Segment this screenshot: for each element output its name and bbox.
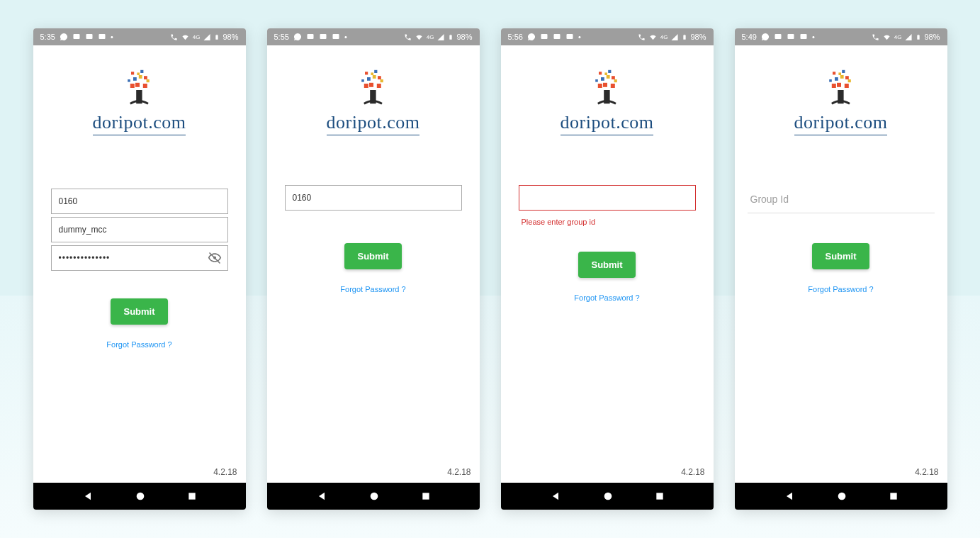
- submit-button[interactable]: Submit: [812, 243, 869, 269]
- chat-icon: [553, 33, 561, 41]
- forgot-password-link[interactable]: Forgot Password ?: [106, 340, 171, 349]
- svg-rect-13: [140, 70, 143, 73]
- message-icon: [540, 33, 548, 41]
- whatsapp-icon: [761, 33, 770, 41]
- logo: doripot.com: [561, 67, 654, 135]
- version-label: 4.2.18: [213, 467, 237, 477]
- signal-icon: [904, 33, 913, 41]
- svg-rect-50: [612, 76, 615, 79]
- brand-name: doripot.com: [93, 112, 186, 135]
- chat-icon-2: [565, 33, 574, 41]
- status-left: 5:55 •: [274, 33, 347, 41]
- forgot-password-link[interactable]: Forgot Password ?: [574, 293, 639, 302]
- logo-icon: [352, 67, 395, 109]
- home-button[interactable]: [135, 491, 146, 502]
- forgot-password-link[interactable]: Forgot Password ?: [340, 285, 405, 293]
- whatsapp-icon: [60, 33, 68, 41]
- network-label: 4G: [660, 34, 668, 40]
- phone-icon: [170, 33, 178, 41]
- password-input[interactable]: ••••••••••••••: [51, 245, 228, 271]
- svg-rect-10: [138, 75, 142, 79]
- dot-icon: •: [812, 33, 815, 41]
- back-button[interactable]: [550, 491, 561, 502]
- logo-icon: [820, 67, 862, 109]
- svg-rect-33: [374, 70, 377, 73]
- content-area: doripot.com 0160 Submit Forgot Password …: [267, 45, 480, 483]
- svg-rect-42: [684, 35, 686, 39]
- recent-button[interactable]: [655, 491, 665, 501]
- svg-rect-76: [890, 493, 896, 499]
- nav-bar: [735, 483, 947, 510]
- recent-button[interactable]: [889, 491, 899, 501]
- back-button[interactable]: [82, 491, 94, 502]
- content-area: doripot.com Group Id Submit Forgot Passw…: [735, 45, 947, 483]
- svg-rect-48: [601, 77, 604, 81]
- wifi-icon: [181, 33, 190, 41]
- status-right: 4G 98%: [404, 33, 473, 42]
- submit-button[interactable]: Submit: [578, 252, 635, 278]
- submit-button[interactable]: Submit: [111, 298, 167, 325]
- status-left: 5:35 •: [40, 33, 113, 41]
- home-button[interactable]: [368, 491, 380, 502]
- svg-rect-30: [372, 75, 376, 79]
- svg-rect-58: [775, 34, 781, 39]
- wifi-icon: [415, 33, 424, 41]
- battery-percent: 98%: [223, 33, 238, 41]
- svg-rect-11: [144, 76, 147, 79]
- recent-button[interactable]: [187, 491, 197, 501]
- wifi-icon: [882, 33, 891, 41]
- svg-rect-24: [451, 34, 451, 35]
- brand-name: doripot.com: [561, 112, 654, 135]
- battery-icon: [214, 33, 220, 42]
- svg-rect-57: [656, 493, 663, 499]
- version-label: 4.2.18: [681, 467, 704, 477]
- content-area: doripot.com 0160 dummy_mcc •••••••••••••…: [33, 45, 246, 483]
- forgot-password-link[interactable]: Forgot Password ?: [808, 285, 873, 293]
- group-id-input[interactable]: 0160: [51, 189, 228, 214]
- status-right: 4G 98%: [170, 33, 239, 42]
- clock: 5:55: [274, 33, 289, 41]
- svg-rect-3: [216, 35, 218, 39]
- network-label: 4G: [427, 34, 434, 40]
- svg-rect-4: [217, 34, 218, 35]
- svg-rect-12: [131, 72, 134, 74]
- chat-icon: [85, 33, 94, 41]
- svg-rect-64: [831, 84, 835, 88]
- clock: 5:49: [742, 33, 757, 41]
- group-id-input[interactable]: 0160: [285, 185, 462, 211]
- nav-bar: [267, 483, 480, 510]
- svg-rect-60: [800, 34, 806, 39]
- svg-rect-15: [146, 79, 149, 82]
- svg-point-75: [838, 493, 845, 500]
- svg-rect-14: [137, 72, 140, 75]
- group-id-input[interactable]: Group Id: [748, 185, 935, 213]
- username-input[interactable]: dummy_mcc: [51, 217, 228, 242]
- phone-icon: [404, 33, 412, 41]
- phone-screen-4: 5:49 • 4G 98%: [735, 28, 947, 510]
- status-bar: 5:56 • 4G 98%: [501, 28, 714, 45]
- svg-rect-8: [142, 84, 147, 88]
- svg-rect-68: [840, 75, 843, 79]
- home-button[interactable]: [602, 491, 614, 502]
- chat-icon-2: [799, 33, 808, 41]
- status-right: 4G 98%: [872, 33, 940, 42]
- svg-rect-46: [603, 83, 607, 87]
- status-bar: 5:55 • 4G 98%: [267, 28, 480, 45]
- dot-icon: •: [344, 33, 347, 41]
- group-id-input[interactable]: [519, 185, 696, 211]
- clock: 5:35: [40, 33, 55, 41]
- submit-button[interactable]: Submit: [344, 243, 401, 269]
- svg-rect-16: [128, 79, 130, 82]
- visibility-off-icon[interactable]: [208, 251, 222, 265]
- svg-rect-28: [376, 84, 381, 88]
- battery-percent: 98%: [690, 33, 706, 41]
- svg-rect-62: [918, 34, 919, 35]
- recent-button[interactable]: [421, 491, 431, 501]
- battery-icon: [448, 33, 454, 42]
- back-button[interactable]: [316, 491, 327, 502]
- svg-point-37: [370, 493, 378, 500]
- back-button[interactable]: [784, 491, 795, 502]
- home-button[interactable]: [836, 491, 847, 502]
- svg-rect-61: [918, 35, 920, 39]
- chat-icon-2: [98, 33, 106, 41]
